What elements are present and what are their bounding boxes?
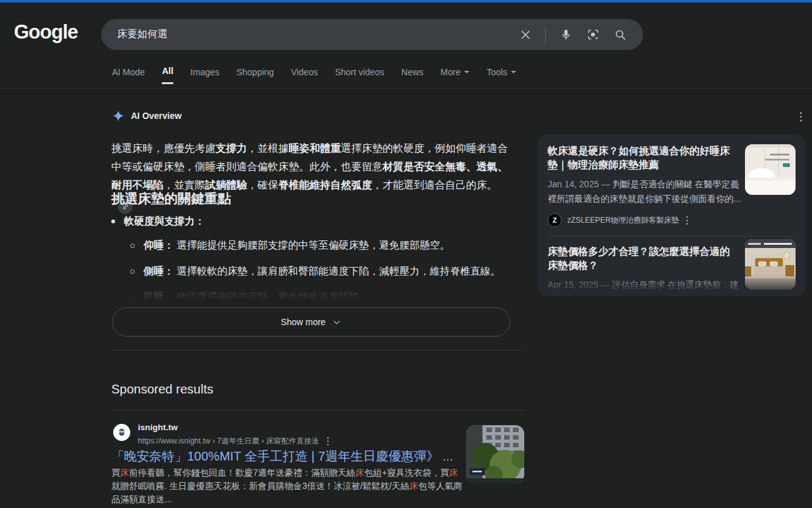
search-bar-divider <box>545 27 546 43</box>
highlighted-term: 床 <box>409 481 418 491</box>
article-date: Apr 15, 2025 — <box>548 280 612 290</box>
paragraph-segment: 脊椎能維持自然弧度 <box>278 179 372 190</box>
lens-icon[interactable] <box>586 28 600 42</box>
chevron-down-icon <box>332 318 341 327</box>
tab-videos[interactable]: Videos <box>291 66 318 84</box>
tab-label: More <box>441 67 461 77</box>
tab-label: Videos <box>291 67 318 77</box>
article-thumbnail[interactable] <box>745 239 796 290</box>
description-segment: 買 <box>111 468 120 478</box>
highlighted-term: 床 <box>449 468 458 478</box>
ad-site-name[interactable]: isnight.tw <box>138 423 178 432</box>
paragraph-segment: 試躺體驗 <box>206 179 247 190</box>
article-thumbnail[interactable] <box>745 144 796 195</box>
sub-bullet-label: 仰睡： <box>144 240 174 251</box>
sub-bullet-text: 趴睡： 建議選擇偏硬的床墊，避免腰椎過度凹陷。 <box>144 290 369 304</box>
sub-bullet-body: 建議選擇偏硬的床墊，避免腰椎過度凹陷。 <box>176 292 369 302</box>
section-divider <box>111 410 524 411</box>
google-search-results-page: Google 床要如何選 AI Mode All Images <box>0 0 812 508</box>
bullet-icon <box>130 244 135 248</box>
description-segment: 前停看聽，幫你錢包回血！歡慶7週年送豪禮：滿額贈天絲 <box>129 468 355 478</box>
paragraph-segment: ，並根據 <box>247 142 289 154</box>
chevron-down-icon <box>511 71 516 73</box>
bullet-icon <box>130 295 135 300</box>
section-divider <box>111 350 524 350</box>
tab-label: Tools <box>486 67 507 77</box>
sub-bullet-body: 選擇能提供足夠腰部支撐的中等至偏硬床墊，避免腰部懸空。 <box>176 240 450 251</box>
overflow-menu-icon[interactable] <box>799 111 803 123</box>
show-more-button[interactable]: Show more <box>112 307 510 337</box>
related-articles-panel: 軟床還是硬床？如何挑選適合你的好睡床墊｜物理治療師床墊推薦 Jan 14, 20… <box>538 134 806 296</box>
tab-label: Images <box>190 67 219 77</box>
article-source-row: Z zZSLEEPER物理治療師客製床墊 <box>548 213 796 227</box>
overflow-menu-icon[interactable] <box>326 436 329 446</box>
source-name[interactable]: zZSLEEPER物理治療師客製床墊 <box>567 215 679 226</box>
list-item: 軟硬度與支撐力： <box>111 214 521 229</box>
description-segment: 就贈舒眠噴霧. 生日慶優惠天花板：新會員購物金3倍送！冰涼被/鬆鬆枕/天絲 <box>111 481 409 491</box>
sub-bullet-text: 仰睡： 選擇能提供足夠腰部支撐的中等至偏硬床墊，避免腰部懸空。 <box>144 238 450 253</box>
article-snippet-text: 評估自身需求 在挑選床墊前，建 <box>612 280 739 290</box>
sub-bullet-text: 側睡： 選擇較軟的床墊，讓肩膀和臀部能適度下陷，減輕壓力，維持脊椎直線。 <box>144 264 500 279</box>
ad-url-text: https://www.isnight.tw › 7週年生日慶 › 床寢配件直接… <box>138 436 319 447</box>
show-more-label: Show more <box>281 317 326 327</box>
sub-bullet-label: 側睡： <box>144 266 174 276</box>
tab-more[interactable]: More <box>441 66 470 84</box>
highlighted-term: 床 <box>120 468 129 478</box>
ai-overview-header: AI Overview <box>112 109 181 122</box>
tab-all[interactable]: All <box>162 66 173 84</box>
tab-label: AI Mode <box>112 67 145 77</box>
paragraph-segment: 支撐力 <box>216 142 247 154</box>
ai-overview-label: AI Overview <box>131 111 181 121</box>
description-segment: 包組+寢具洗衣袋，買 <box>364 468 449 478</box>
bullet-icon <box>130 269 135 274</box>
list-item: 仰睡： 選擇能提供足夠腰部支撐的中等至偏硬床墊，避免腰部懸空。 <box>130 238 521 253</box>
list-item: 側睡： 選擇較軟的床墊，讓肩膀和臀部能適度下陷，減輕壓力，維持脊椎直線。 <box>130 264 521 279</box>
paragraph-segment: 睡姿和體重 <box>289 142 341 154</box>
search-input[interactable]: 床要如何選 <box>101 28 519 41</box>
sub-bullet-label: 趴睡： <box>144 292 174 302</box>
chevron-down-icon <box>464 71 469 73</box>
article-date: Jan 14, 2025 — <box>548 179 613 189</box>
source-logo: Z <box>548 213 562 227</box>
tab-label: News <box>402 67 424 77</box>
ai-overview-section-heading: 挑選床墊的關鍵重點 <box>111 190 231 208</box>
bullet-title: 軟硬度與支撐力： <box>124 214 205 229</box>
clear-icon[interactable] <box>519 28 532 41</box>
search-bar-icons <box>519 27 643 43</box>
tab-label: All <box>162 66 173 76</box>
article-snippet: Apr 15, 2025 — 評估自身需求 在挑選床墊前，建議先評估以下幾個要素… <box>548 278 746 296</box>
article-title[interactable]: 床墊價格多少才合理？該怎麼選擇合適的床墊價格？ <box>548 245 739 272</box>
highlighted-term: 床 <box>355 468 364 478</box>
ad-thumbnail[interactable] <box>466 425 524 483</box>
article-snippet: Jan 14, 2025 — 判斷是否適合的關鍵 在醫學定義裡所謂最適合的床墊就… <box>548 177 746 206</box>
tab-label: Short videos <box>335 67 384 77</box>
mic-icon[interactable] <box>559 28 573 42</box>
ai-overview-bullet-list: 軟硬度與支撐力： 仰睡： 選擇能提供足夠腰部支撐的中等至偏硬床墊，避免腰部懸空。… <box>111 214 521 304</box>
ad-description: 買床前停看聽，幫你錢包回血！歡慶7週年送豪禮：滿額贈天絲床包組+寢具洗衣袋，買床… <box>111 466 463 506</box>
card-divider <box>548 236 796 237</box>
tab-ai-mode[interactable]: AI Mode <box>112 66 145 84</box>
tab-tools[interactable]: Tools <box>486 66 516 84</box>
tab-shopping[interactable]: Shopping <box>237 66 274 84</box>
paragraph-segment: ，並實際 <box>164 179 206 190</box>
search-icon[interactable] <box>613 28 627 42</box>
search-bar[interactable]: 床要如何選 <box>101 19 643 50</box>
tab-short-videos[interactable]: Short videos <box>335 66 384 84</box>
google-logo[interactable]: Google <box>14 21 78 44</box>
tab-images[interactable]: Images <box>190 66 219 84</box>
paragraph-segment: ，確保 <box>247 179 279 190</box>
paragraph-segment: ，才能選到適合自己的床。 <box>372 179 498 190</box>
ad-title-link[interactable]: 「晚安奈特」100%MIT 全手工打造 | 7週年生日慶優惠彈》 ... <box>111 448 453 465</box>
header-divider <box>0 88 812 89</box>
tab-news[interactable]: News <box>402 66 424 84</box>
bullet-icon <box>111 220 115 223</box>
sponsored-results-heading: Sponsored results <box>111 382 213 397</box>
sponsored-result: isnight.tw https://www.isnight.tw › 7週年生… <box>111 418 526 508</box>
paragraph-segment: 挑選床時，應優先考慮 <box>111 142 216 154</box>
tab-label: Shopping <box>237 67 274 77</box>
ai-sparkle-icon <box>112 109 125 122</box>
ad-url-breadcrumb: https://www.isnight.tw › 7週年生日慶 › 床寢配件直接… <box>138 435 330 447</box>
list-item: 趴睡： 建議選擇偏硬的床墊，避免腰椎過度凹陷。 <box>130 290 521 304</box>
article-title[interactable]: 軟床還是硬床？如何挑選適合你的好睡床墊｜物理治療師床墊推薦 <box>548 144 739 171</box>
overflow-menu-icon[interactable] <box>685 214 689 225</box>
